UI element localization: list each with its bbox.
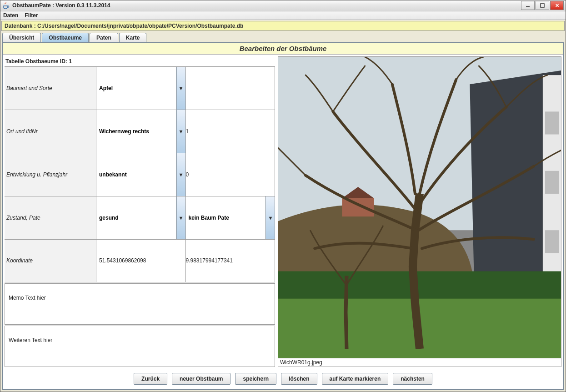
form-row: Koordinate 51.5431069862098 9.9831799417… (5, 239, 275, 282)
section-title: Bearbeiten der Obstbäume (3, 43, 563, 55)
image-panel: WichWR01g.jpeg (278, 56, 561, 367)
svg-rect-0 (526, 6, 530, 7)
pate-combo[interactable]: kein Baum Pate ▾ (186, 196, 275, 239)
combo-value: gesund (99, 215, 119, 221)
delete-button[interactable]: löschen (281, 373, 317, 385)
app-window: ObstbaumPate : Version 0.3 11.3.2014 ✕ D… (0, 0, 566, 392)
menubar: Daten Filter (0, 11, 566, 20)
entwicklung-combo[interactable]: unbekannt ▾ (96, 153, 185, 196)
chevron-down-icon[interactable]: ▾ (265, 196, 275, 239)
tab-paten[interactable]: Paten (90, 33, 118, 42)
field-label: Ort und lfdNr (5, 110, 96, 153)
combo-value: kein Baum Pate (189, 215, 229, 221)
tree-image (278, 57, 561, 358)
field-label: Entwicklung u. Pflanzjahr (5, 153, 96, 196)
minimize-button[interactable] (521, 1, 535, 10)
maximize-button[interactable] (536, 1, 549, 10)
image-filename: WichWR01g.jpeg (278, 358, 561, 367)
record-id-label: Tabelle Obstbaeume ID: 1 (5, 56, 275, 66)
tab-karte[interactable]: Karte (119, 33, 147, 42)
sorte-field[interactable] (185, 66, 275, 110)
mark-on-map-button[interactable]: auf Karte markieren (322, 373, 389, 385)
svg-rect-7 (545, 230, 559, 253)
svg-rect-6 (545, 171, 559, 194)
form-row: Entwicklung u. Pflanzjahr unbekannt ▾ 0 (5, 153, 275, 196)
tab-obstbaeume[interactable]: Obstbaeume (42, 33, 89, 42)
next-button[interactable]: nächsten (393, 373, 432, 385)
form-row: Zustand, Pate gesund ▾ kein Baum Pate ▾ (5, 196, 275, 239)
chevron-down-icon[interactable]: ▾ (176, 110, 185, 153)
baumart-combo[interactable]: Apfel ▾ (96, 67, 185, 110)
chevron-down-icon[interactable]: ▾ (176, 196, 185, 239)
tab-content: Bearbeiten der Obstbäume Tabelle Obstbae… (2, 42, 564, 390)
svg-rect-8 (342, 198, 374, 216)
form-row: Ort und lfdNr Wichernweg rechts ▾ 1 (5, 110, 275, 153)
memo-text-area[interactable]: Memo Text hier (5, 283, 275, 325)
svg-rect-1 (541, 4, 544, 7)
chevron-down-icon[interactable]: ▾ (176, 67, 185, 110)
zustand-combo[interactable]: gesund ▾ (96, 196, 185, 239)
tab-bar: Übersicht Obstbaeume Paten Karte (0, 33, 566, 42)
form-row: Baumart und Sorte Apfel ▾ (5, 66, 275, 110)
form-panel: Tabelle Obstbaeume ID: 1 Baumart und Sor… (5, 56, 275, 367)
combo-value: Apfel (99, 85, 113, 91)
chevron-down-icon[interactable]: ▾ (176, 153, 185, 196)
tab-uebersicht[interactable]: Übersicht (2, 33, 41, 42)
coord-lon-field[interactable]: 9.98317994177341 (185, 239, 275, 282)
svg-rect-11 (278, 271, 561, 298)
form-grid: Baumart und Sorte Apfel ▾ Ort und lfdNr (5, 66, 275, 282)
field-label: Koordinate (5, 239, 96, 282)
field-label: Baumart und Sorte (5, 66, 96, 110)
lfdnr-field[interactable]: 1 (185, 110, 275, 153)
back-button[interactable]: Zurück (134, 373, 167, 385)
coord-lat-field[interactable]: 51.5431069862098 (96, 239, 185, 282)
ort-combo[interactable]: Wichernweg rechts ▾ (96, 110, 185, 153)
close-button[interactable]: ✕ (550, 1, 564, 10)
field-label: Zustand, Pate (5, 196, 96, 239)
save-button[interactable]: speichern (235, 373, 276, 385)
pflanzjahr-field[interactable]: 0 (185, 153, 275, 196)
menu-filter[interactable]: Filter (25, 12, 38, 19)
additional-text-area[interactable]: Weiteren Text hier (5, 326, 275, 367)
svg-rect-5 (545, 111, 559, 134)
window-title: ObstbaumPate : Version 0.3 11.3.2014 (12, 2, 521, 9)
combo-value: Wichernweg rechts (99, 128, 149, 135)
java-cup-icon (2, 2, 10, 9)
titlebar: ObstbaumPate : Version 0.3 11.3.2014 ✕ (0, 0, 566, 11)
database-path: Datenbank : C:/Users/nagel/Documents/jnp… (1, 21, 565, 31)
new-tree-button[interactable]: neuer Obstbaum (172, 373, 230, 385)
action-button-row: Zurück neuer Obstbaum speichern löschen … (3, 369, 563, 389)
menu-daten[interactable]: Daten (3, 12, 18, 19)
combo-value: unbekannt (99, 171, 127, 178)
